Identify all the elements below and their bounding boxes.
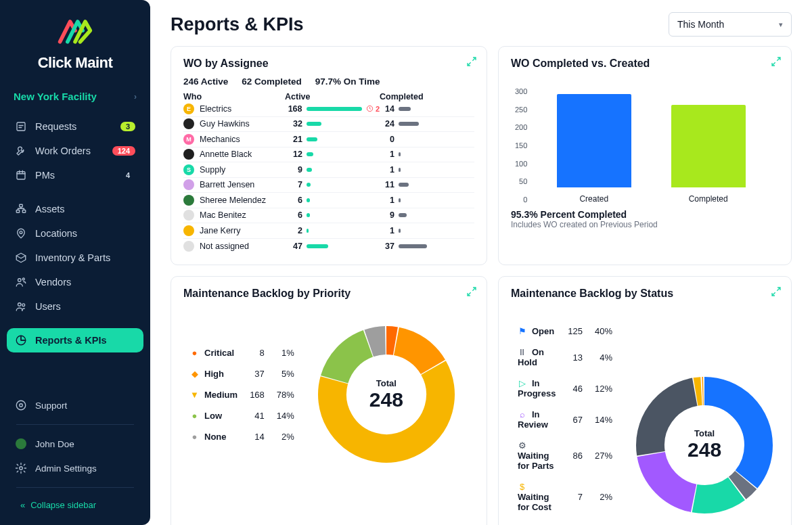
legend-row: ●Critical81%: [185, 343, 300, 363]
sidebar: Click Maint New York Facility › Requests…: [0, 0, 150, 525]
completed-count: 1: [380, 196, 394, 205]
sidebar-item-inventory[interactable]: Inventory & Parts: [7, 246, 143, 270]
active-count: 6: [285, 210, 302, 220]
y-tick: 300: [515, 87, 527, 95]
completed-count: 9: [380, 210, 394, 220]
legend-count: 7: [562, 477, 588, 517]
active-count: 21: [285, 135, 302, 144]
sidebar-item-locations[interactable]: Locations: [7, 221, 143, 246]
active-bar: [307, 198, 310, 202]
assignee-name: Mechanics: [200, 135, 240, 144]
legend-count: 13: [562, 342, 588, 372]
wo-summary: 246 Active 62 Completed 97.7% On Time: [183, 76, 474, 87]
avatar: [183, 149, 194, 160]
table-row: MMechanics 21 0: [183, 132, 474, 147]
legend-count: 14: [244, 427, 270, 447]
reports-icon: [15, 334, 27, 346]
period-value: This Month: [677, 19, 724, 30]
legend-pct: 14%: [271, 406, 300, 426]
expand-icon[interactable]: [466, 286, 477, 300]
support-label: Support: [35, 401, 67, 411]
sidebar-item-user[interactable]: John Doe: [7, 432, 143, 456]
percent-completed: 95.3% Percent Completed: [511, 209, 779, 220]
active-bar: [307, 168, 312, 172]
status-legend: ⚑Open12540%⏸On Hold134%▷In Progress4612%…: [511, 320, 619, 525]
legend-count: 46: [562, 373, 588, 403]
active-bar: [307, 152, 313, 156]
sidebar-item-work-orders[interactable]: Work Orders124: [7, 139, 143, 163]
active-count: 6: [285, 196, 302, 205]
svg-point-10: [16, 401, 26, 410]
card-backlog-status: Maintenance Backlog by Status ⚑Open12540…: [498, 276, 792, 525]
sidebar-item-admin[interactable]: Admin Settings: [7, 456, 143, 480]
users-icon: [15, 300, 27, 313]
sidebar-item-assets[interactable]: Assets: [7, 197, 143, 221]
active-bar: [307, 107, 362, 111]
priority-icon: ●: [190, 432, 199, 442]
legend-row: ▷In Progress4612%: [512, 373, 618, 403]
bar-column: Created: [557, 94, 631, 204]
active-count: 2: [285, 226, 302, 235]
collapse-sidebar[interactable]: « Collapse sidebar: [7, 495, 143, 516]
bar-label: Created: [579, 194, 608, 204]
sidebar-item-pms[interactable]: PMs4: [7, 163, 143, 187]
primary-nav: Requests3Work Orders124PMs4AssetsLocatio…: [0, 112, 150, 390]
period-select[interactable]: This Month ▾: [669, 12, 792, 37]
nav-label: Requests: [35, 121, 76, 132]
legend-pct: 4%: [589, 342, 618, 372]
svg-rect-0: [17, 122, 25, 131]
avatar: [183, 225, 194, 236]
active-bar: [307, 122, 321, 126]
legend-row: ⚑Open12540%: [512, 321, 618, 341]
total-value: 248: [687, 438, 721, 461]
inventory-icon: [15, 252, 27, 264]
page-header: Reports & KPIs This Month ▾: [171, 12, 792, 37]
legend-row: ⚙Waiting for Parts8627%: [512, 436, 618, 476]
sidebar-item-support[interactable]: Support: [7, 393, 143, 417]
collapse-label: Collapse sidebar: [30, 500, 96, 510]
legend-row: ▤Waiting for Invoice21%: [512, 518, 618, 525]
legend-name: High: [204, 369, 224, 379]
status-icon: ⚑: [518, 326, 526, 336]
admin-label: Admin Settings: [35, 463, 97, 474]
legend-pct: 1%: [271, 343, 300, 363]
y-tick: 50: [515, 177, 527, 185]
avatar: M: [183, 134, 194, 145]
summary-ontime: 97.7% On Time: [315, 76, 380, 87]
legend-pct: 27%: [589, 436, 618, 476]
svg-point-7: [22, 278, 24, 280]
pms-icon: [15, 169, 27, 181]
table-row: EElectrics 1682 14: [183, 101, 474, 117]
expand-icon[interactable]: [466, 56, 477, 70]
chevron-down-icon: ▾: [779, 20, 783, 29]
sidebar-item-reports[interactable]: Reports & KPIs: [7, 328, 143, 352]
active-count: 47: [285, 242, 302, 251]
legend-count: 168: [244, 385, 270, 405]
completed-count: 1: [380, 226, 394, 235]
assignee-table-body: EElectrics 1682 14 Guy Hawkins 32 24 MMe…: [183, 101, 474, 254]
y-tick: 100: [515, 160, 527, 168]
legend-name: Waiting for Parts: [518, 451, 554, 471]
expand-icon[interactable]: [771, 286, 782, 300]
assignee-name: Guy Hawkins: [200, 119, 250, 129]
priority-legend: ●Critical81%◆High375%▼Medium16878%●Low41…: [183, 342, 301, 448]
svg-point-5: [20, 231, 22, 234]
percent-sub: Includes WO created on Previous Period: [511, 220, 779, 229]
assignee-table-header: Who Active Completed: [183, 92, 474, 101]
sidebar-item-requests[interactable]: Requests3: [7, 114, 143, 139]
avatar: [183, 241, 194, 252]
y-tick: 200: [515, 123, 527, 131]
legend-name: Waiting for Cost: [518, 492, 551, 512]
expand-icon[interactable]: [771, 56, 782, 70]
active-bar: [307, 213, 310, 217]
card-wo-assignee: WO by Assignee 246 Active 62 Completed 9…: [171, 46, 487, 265]
sidebar-item-vendors[interactable]: Vendors: [7, 270, 143, 294]
assignee-name: Barrett Jensen: [200, 180, 254, 189]
main-content: Reports & KPIs This Month ▾ WO by Assign…: [150, 0, 812, 525]
table-row: Jane Kerry 2 1: [183, 223, 474, 239]
sidebar-item-users[interactable]: Users: [7, 294, 143, 319]
facility-selector[interactable]: New York Facility ›: [0, 84, 150, 112]
nav-label: Locations: [35, 228, 77, 239]
completed-bar: [399, 122, 419, 126]
svg-point-6: [18, 279, 22, 282]
